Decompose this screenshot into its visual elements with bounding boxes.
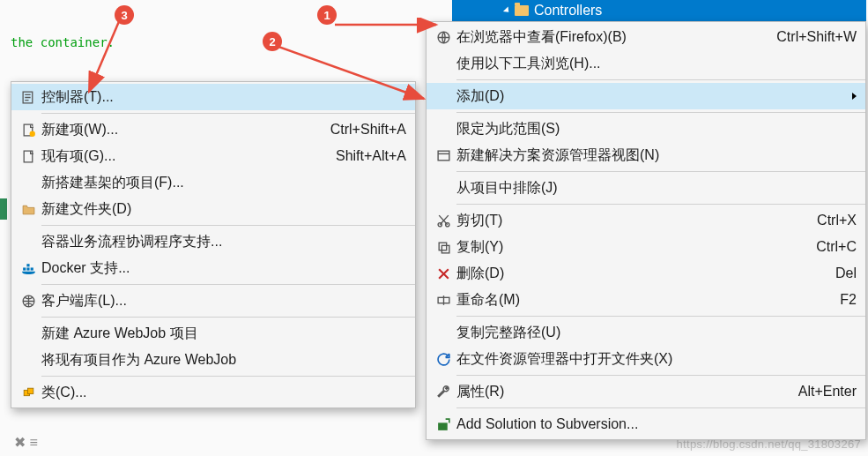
menu-open-in-explorer[interactable]: 在文件资源管理器中打开文件夹(X): [427, 346, 865, 372]
menu-add[interactable]: 添加(D): [427, 83, 865, 109]
menu-shortcut: Ctrl+C: [816, 239, 857, 255]
menu-label: 删除(D): [456, 265, 825, 283]
menu-label: 限定为此范围(S): [456, 120, 857, 138]
menu-label: Add Solution to Subversion...: [456, 416, 857, 432]
menu-label: 容器业务流程协调程序支持...: [41, 233, 406, 251]
new-item-icon: [15, 123, 41, 138]
svg-rect-7: [439, 243, 447, 250]
menu-shortcut: Ctrl+X: [817, 213, 857, 228]
menu-separator: [456, 407, 865, 408]
menu-separator: [456, 112, 865, 113]
solution-item-controllers[interactable]: Controllers: [452, 0, 866, 21]
window-icon: [430, 148, 456, 163]
folder-icon: [515, 5, 529, 16]
menu-shortcut: Del: [835, 265, 857, 281]
menu-label: 复制完整路径(U): [456, 324, 857, 342]
menu-label: 新建项(W)...: [41, 121, 320, 139]
annotation-arrow-1: [335, 18, 449, 35]
menu-label: 现有项(G)...: [41, 147, 325, 166]
menu-cut[interactable]: 剪切(T) Ctrl+X: [427, 207, 865, 234]
annotation-badge-1: 1: [317, 5, 337, 25]
menu-existing-azure-webjob[interactable]: 将现有项目作为 Azure WebJob: [11, 347, 415, 373]
expand-arrow-icon: [503, 6, 511, 14]
menu-class[interactable]: 类(C)...: [11, 379, 415, 406]
menu-separator: [456, 316, 865, 317]
globe-icon: [15, 294, 41, 309]
menu-label: 属性(R): [456, 383, 788, 401]
menu-label: 新建文件夹(D): [41, 200, 406, 219]
context-menu-right: 在浏览器中查看(Firefox)(B) Ctrl+Shift+W 使用以下工具浏…: [426, 21, 866, 440]
menu-label: 重命名(M): [456, 291, 829, 310]
menu-add-svn[interactable]: Add Solution to Subversion...: [427, 411, 865, 437]
status-bar-icons: ✖ ≡: [14, 434, 38, 451]
menu-delete[interactable]: 删除(D) Del: [427, 260, 865, 287]
menu-shortcut: Ctrl+Shift+A: [330, 122, 406, 138]
menu-separator: [41, 225, 415, 226]
annotation-arrow-2: [278, 42, 437, 113]
menu-scope-to-this[interactable]: 限定为此范围(S): [427, 116, 865, 142]
menu-label: 复制(Y): [456, 238, 805, 257]
menu-properties[interactable]: 属性(R) Alt+Enter: [427, 378, 865, 405]
annotation-badge-3: 3: [115, 5, 134, 25]
delete-icon: [430, 266, 456, 281]
context-menu-left: 控制器(T)... 新建项(W)... Ctrl+Shift+A 现有项(G).…: [11, 81, 416, 408]
menu-label: 将现有项目作为 Azure WebJob: [41, 351, 406, 370]
menu-shortcut: F2: [840, 292, 857, 308]
controller-icon: [15, 90, 41, 105]
rename-icon: [430, 293, 456, 308]
menu-new-sln-view[interactable]: 新建解决方案资源管理器视图(N): [427, 142, 865, 168]
menu-copy-path[interactable]: 复制完整路径(U): [427, 319, 865, 346]
annotation-arrow-3: [85, 19, 129, 108]
menu-separator: [456, 79, 865, 80]
menu-label: 添加(D): [456, 87, 857, 106]
new-folder-icon: [15, 202, 41, 217]
menu-existing-item[interactable]: 现有项(G)... Shift+Alt+A: [11, 143, 415, 169]
menu-shortcut: Alt+Enter: [798, 384, 857, 400]
menu-separator: [456, 171, 865, 172]
menu-separator: [456, 204, 865, 205]
menu-label: 新搭建基架的项目(F)...: [41, 174, 406, 192]
svg-point-13: [29, 131, 34, 136]
existing-item-icon: [15, 149, 41, 164]
menu-copy[interactable]: 复制(Y) Ctrl+C: [427, 234, 865, 260]
open-folder-icon: [430, 352, 456, 367]
svg-rect-8: [441, 245, 449, 253]
menu-label: 剪切(T): [456, 212, 806, 230]
menu-shortcut: Shift+Alt+A: [336, 148, 406, 164]
solution-item-label: Controllers: [534, 3, 602, 19]
svg-line-2: [89, 19, 120, 92]
menu-new-folder[interactable]: 新建文件夹(D): [11, 196, 415, 222]
menu-separator: [41, 376, 415, 377]
wrench-icon: [430, 385, 456, 400]
menu-separator: [41, 284, 415, 285]
annotation-badge-2: 2: [263, 32, 282, 51]
menu-label: 新建 Azure WebJob 项目: [41, 325, 406, 343]
menu-separator: [41, 317, 415, 318]
menu-label: 在浏览器中查看(Firefox)(B): [456, 28, 766, 47]
menu-label: Docker 支持...: [41, 259, 406, 278]
menu-container-orchestration[interactable]: 容器业务流程协调程序支持...: [11, 228, 415, 255]
menu-label: 类(C)...: [41, 384, 406, 402]
svg-rect-17: [26, 264, 29, 266]
menu-client-library[interactable]: 客户端库(L)...: [11, 288, 415, 314]
svg-line-1: [278, 47, 424, 99]
menu-separator: [456, 375, 865, 376]
svg-rect-15: [23, 267, 26, 270]
menu-new-item[interactable]: 新建项(W)... Ctrl+Shift+A: [11, 116, 415, 143]
menu-view-in-browser[interactable]: 在浏览器中查看(Firefox)(B) Ctrl+Shift+W: [427, 24, 865, 50]
svg-rect-14: [24, 151, 33, 162]
menu-browse-with[interactable]: 使用以下工具浏览(H)...: [427, 50, 865, 77]
menu-label: 从项目中排除(J): [456, 179, 857, 198]
menu-rename[interactable]: 重命名(M) F2: [427, 287, 865, 313]
menu-docker-support[interactable]: Docker 支持...: [11, 255, 415, 281]
svn-icon: [430, 417, 456, 432]
menu-exclude[interactable]: 从项目中排除(J): [427, 175, 865, 201]
menu-label: 在文件资源管理器中打开文件夹(X): [456, 350, 857, 369]
svg-rect-16: [26, 267, 29, 270]
docker-icon: [15, 261, 41, 276]
menu-scaffolded-item[interactable]: 新搭建基架的项目(F)...: [11, 169, 415, 196]
menu-new-azure-webjob[interactable]: 新建 Azure WebJob 项目: [11, 320, 415, 347]
menu-label: 使用以下工具浏览(H)...: [456, 55, 857, 73]
svg-rect-10: [438, 422, 448, 430]
copy-icon: [430, 240, 456, 255]
